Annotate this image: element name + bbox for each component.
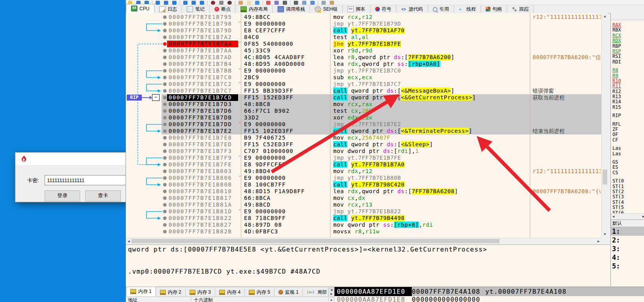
scale-icon[interactable] (219, 1, 223, 5)
register-rdx[interactable]: RDX (612, 38, 644, 43)
calling-convention-combo[interactable]: 默认 (611, 220, 644, 227)
register-st5[interactable]: ST(5 (612, 205, 644, 210)
favorites-icon[interactable] (266, 1, 270, 5)
register-gs[interactable]: GS (612, 160, 644, 165)
step-out-icon[interactable] (200, 1, 204, 5)
register-las[interactable]: Las (612, 151, 644, 157)
breakpoint-toggle-icon[interactable] (211, 1, 215, 5)
tab-script[interactable]: 脚本 (343, 5, 370, 13)
login-button[interactable]: 登录 (45, 190, 80, 201)
scroll-right-icon[interactable]: ► (642, 214, 644, 218)
dialog-titlebar[interactable] (15, 153, 134, 166)
register-es[interactable]: ES (612, 165, 644, 170)
tab-seh-chain[interactable]: SEH链 (310, 5, 343, 13)
disasm-hscrollbar[interactable]: ◄ ► (126, 238, 601, 244)
tab-symbols[interactable]: 符号 (370, 5, 396, 13)
tab-breakpoints[interactable]: 断点 (210, 5, 236, 13)
registers-hscrollbar[interactable]: ◄ ► (611, 213, 644, 220)
comment-icon[interactable] (247, 1, 251, 5)
run-to-icon[interactable] (192, 1, 196, 5)
register-r8[interactable]: R8 (612, 68, 644, 73)
stack-view[interactable]: 000000AA87EFD1E000007FF7B7E4A108yt.00007… (334, 287, 644, 302)
tab-memory-map[interactable]: 内存布局 (236, 5, 273, 13)
scroll-up-icon[interactable]: ▲ (602, 14, 608, 18)
user-icon[interactable] (330, 1, 334, 5)
tab-call-stack[interactable]: 调用堆栈 (273, 5, 310, 13)
register-r14[interactable]: R14 (612, 99, 644, 104)
stack-row[interactable]: 000000AA87EFD1E000007FF7B7E4A108yt.00007… (334, 287, 644, 296)
register-rbx[interactable]: RBX (612, 28, 644, 33)
scroll-down-icon[interactable]: ▼ (602, 232, 608, 236)
tab-source[interactable]: 源代码 (396, 5, 428, 13)
tab-threads[interactable]: 线程 (454, 5, 481, 13)
register-rfl[interactable]: RFL (612, 122, 644, 127)
tab-trace[interactable]: 跟踪 (507, 5, 534, 13)
register-r12[interactable]: R12 (612, 89, 644, 94)
argument-row[interactable]: 5: (611, 262, 644, 270)
register-st2[interactable]: ST(2 (612, 189, 644, 194)
fx-icon[interactable] (274, 1, 279, 5)
register-of[interactable]: OF (612, 132, 644, 137)
export-icon[interactable] (310, 1, 315, 5)
tab-cpu[interactable]: CPU (126, 4, 154, 13)
scroll-left-icon[interactable]: ◄ (612, 214, 615, 218)
register-r9[interactable]: R9 (612, 73, 644, 78)
argument-row[interactable]: 3: (611, 244, 644, 253)
tab-notes[interactable]: 笔记 (182, 5, 210, 13)
argument-row[interactable]: 2: (611, 236, 644, 244)
register-rip[interactable]: RIP (612, 113, 644, 118)
register-r11[interactable]: R11 (612, 84, 644, 89)
register-r10[interactable]: R10 (612, 78, 644, 84)
eraser-icon[interactable] (238, 1, 243, 5)
register-rdi[interactable]: RDI (612, 60, 644, 65)
scroll-left-icon[interactable]: ◄ (127, 239, 131, 243)
disasm-vscrollbar[interactable]: ▲ ▼ (601, 13, 608, 237)
stack-nav-buttons[interactable]: ◄► (328, 288, 335, 296)
register-r13[interactable]: R13 (612, 94, 644, 99)
pause-icon[interactable] (164, 1, 168, 5)
hash-icon[interactable] (294, 1, 298, 5)
dump-scroll-up-icon[interactable]: ▲ (328, 297, 334, 302)
settings-icon[interactable] (255, 1, 259, 5)
register-rax[interactable]: RAX (612, 22, 644, 28)
register-r15[interactable]: R15 (612, 105, 644, 110)
argument-row[interactable]: 4: (611, 253, 644, 262)
tab-memory-5[interactable]: 内存 5 (245, 288, 274, 296)
tab-log[interactable]: 日志 (154, 5, 182, 13)
register-rcx[interactable]: RCX (612, 33, 644, 38)
register-st0[interactable]: ST(0 (612, 179, 644, 184)
stack-row[interactable]: 000000AA87EFD1E80000000000000000 (334, 296, 644, 302)
calculator-icon[interactable] (321, 1, 326, 5)
run-icon[interactable] (156, 1, 160, 5)
check-card-button[interactable]: 查卡 (85, 190, 121, 201)
register-zf[interactable]: ZF (612, 127, 644, 132)
register-st3[interactable]: ST(3 (612, 194, 644, 199)
register-las[interactable]: Las (612, 146, 644, 151)
tab-memory-2[interactable]: 内存 2 (156, 288, 186, 296)
register-rsi[interactable]: RSI (612, 54, 644, 59)
tab-locals[interactable]: 局部 (303, 288, 331, 296)
scroll-right-icon[interactable]: ► (597, 239, 601, 243)
disassembly-view[interactable]: 00007FF7B7E1B79549:8BCCmov rcx,r12r12:"1… (126, 13, 601, 238)
record-icon[interactable] (227, 1, 232, 5)
step-into-icon[interactable] (172, 1, 176, 5)
argument-row[interactable]: 1: (611, 227, 644, 236)
tab-handles[interactable]: 句柄 (481, 5, 507, 13)
tab-watch-1[interactable]: 监视 1 (274, 288, 303, 296)
step-over-icon[interactable] (183, 1, 188, 5)
register-st4[interactable]: ST(4 (612, 200, 644, 205)
register-st1[interactable]: ST(1 (612, 184, 644, 189)
font-icon[interactable] (283, 1, 287, 5)
fold-toggle[interactable]: − (152, 94, 160, 101)
tab-references[interactable]: 引用 (428, 5, 454, 13)
tab-memory-4[interactable]: 内存 4 (215, 288, 245, 296)
tab-memory-1[interactable]: 内存 1 (126, 287, 156, 296)
tab-memory-3[interactable]: 内存 3 (186, 288, 215, 296)
scroll-thumb[interactable] (603, 170, 607, 185)
stats-icon[interactable] (302, 1, 306, 5)
register-cf[interactable]: CF (612, 138, 644, 143)
register-cs[interactable]: CS (612, 170, 644, 175)
register-rbp[interactable]: RBP (612, 44, 644, 49)
scroll-thumb[interactable] (131, 239, 499, 243)
register-rsp[interactable]: RSP (612, 49, 644, 54)
